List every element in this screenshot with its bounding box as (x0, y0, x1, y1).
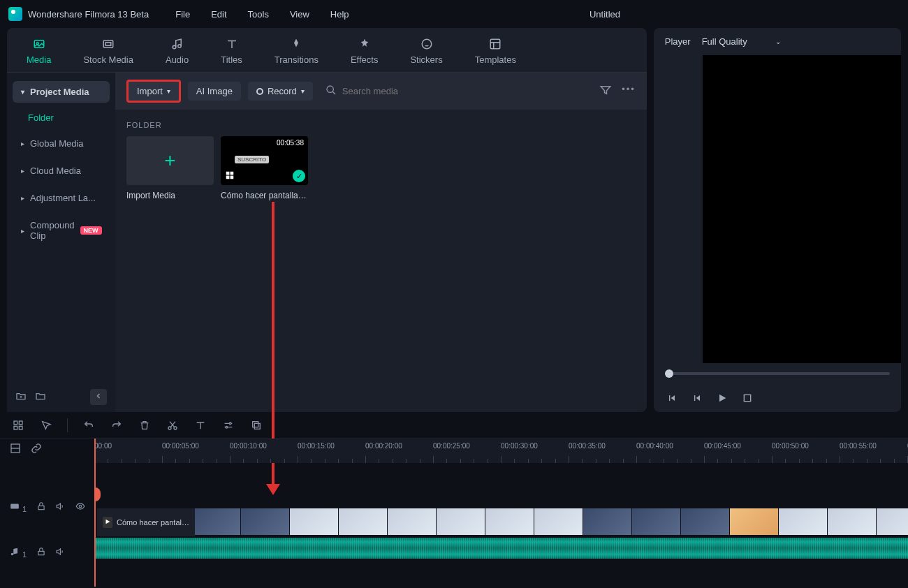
svg-rect-23 (254, 423, 260, 429)
tab-templates-label: Templates (475, 54, 516, 65)
tab-stickers[interactable]: Stickers (404, 34, 448, 72)
tab-media[interactable]: Media (21, 34, 57, 72)
ai-image-button[interactable]: AI Image (188, 82, 241, 101)
svg-point-8 (327, 86, 333, 92)
sidebar-footer (7, 382, 115, 412)
player-title: Player (665, 36, 691, 47)
chevron-right-icon: ▸ (21, 167, 24, 175)
record-button[interactable]: Record ▾ (248, 82, 313, 101)
effect-icon (225, 170, 235, 182)
mute-icon[interactable] (56, 547, 66, 559)
folder-icon[interactable] (35, 390, 46, 404)
svg-rect-22 (253, 421, 258, 427)
tab-effects[interactable]: Effects (345, 34, 384, 72)
crop-tool[interactable] (249, 418, 263, 432)
sidebar-global-label: Global Media (30, 138, 84, 149)
menu-tools[interactable]: Tools (248, 9, 269, 20)
tab-media-label: Media (27, 54, 51, 65)
timeline-ruler[interactable]: 00:0000:00:05:0000:00:10:0000:00:15:0000… (94, 439, 908, 463)
media-body: FOLDER + Import Media 00:05:38 SUSCRITO … (115, 110, 647, 212)
chevron-right-icon: ▸ (21, 194, 24, 202)
timeline-layout-icon[interactable] (10, 443, 21, 456)
media-clip-1[interactable]: 00:05:38 SUSCRITO ✓ Cómo hacer pantallas… (221, 136, 308, 200)
video-preview[interactable] (703, 55, 901, 363)
svg-rect-16 (14, 426, 17, 429)
filter-icon[interactable] (599, 84, 612, 98)
collapse-sidebar-button[interactable] (90, 389, 107, 405)
lock-icon[interactable] (36, 501, 46, 513)
lock-icon[interactable] (36, 547, 46, 559)
sidebar-adjustment[interactable]: ▸ Adjustment La... (13, 186, 110, 210)
import-media-tile[interactable]: + Import Media (126, 136, 214, 200)
templates-icon (488, 36, 503, 52)
clip-label[interactable]: Cómo hacer pantallas final... (97, 508, 195, 536)
menu-help[interactable]: Help (330, 9, 349, 20)
audio-track-num: 1 (22, 550, 27, 559)
svg-rect-25 (10, 504, 19, 509)
record-label: Record (268, 86, 297, 96)
adjust-tool[interactable] (221, 418, 235, 432)
sidebar-adjustment-label: Adjustment La... (30, 193, 96, 203)
menu-edit[interactable]: Edit (211, 9, 226, 20)
transitions-icon (288, 36, 304, 52)
menu-view[interactable]: View (290, 9, 309, 20)
tab-transitions-label: Transitions (274, 54, 318, 65)
tab-audio[interactable]: Audio (160, 34, 194, 72)
link-icon[interactable] (31, 443, 42, 456)
stop-button[interactable] (740, 391, 754, 405)
timeline-track-headers: 1 1 (0, 439, 94, 587)
video-track[interactable]: Cómo hacer pantallas final... (94, 508, 908, 536)
folder-section-label: FOLDER (126, 121, 636, 129)
tab-stickers-label: Stickers (410, 54, 442, 65)
player-scrubber[interactable] (654, 363, 901, 384)
sidebar-project-label: Project Media (30, 87, 89, 97)
audio-track-icon (10, 547, 20, 559)
media-content: Import ▾ AI Image Record ▾ (115, 73, 647, 412)
undo-button[interactable] (82, 418, 96, 432)
subscribe-badge: SUSCRITO (235, 156, 269, 163)
video-track-num: 1 (22, 505, 27, 513)
svg-rect-9 (226, 172, 230, 175)
step-back-button[interactable] (690, 391, 704, 405)
sidebar-global-media[interactable]: ▸ Global Media (13, 131, 110, 156)
delete-button[interactable] (138, 418, 152, 432)
sidebar-project-media[interactable]: ▾ Project Media (13, 81, 110, 103)
import-button[interactable]: Import ▾ (126, 80, 181, 103)
sidebar-cloud-media[interactable]: ▸ Cloud Media (13, 159, 110, 183)
sidebar-folder[interactable]: Folder (7, 105, 115, 130)
svg-point-28 (11, 553, 14, 556)
app-logo-icon (8, 7, 22, 21)
import-label: Import (137, 86, 163, 96)
cut-button[interactable] (166, 418, 180, 432)
search-input[interactable] (342, 86, 587, 96)
redo-button[interactable] (110, 418, 124, 432)
tab-templates[interactable]: Templates (469, 34, 522, 72)
play-icon (103, 517, 112, 528)
sidebar-compound[interactable]: ▸ Compound Clip NEW (13, 213, 110, 248)
grid-tool[interactable] (11, 418, 25, 432)
mute-icon[interactable] (56, 501, 66, 513)
svg-rect-14 (14, 421, 17, 425)
svg-point-6 (422, 39, 432, 49)
quality-select[interactable]: Full Quality ⌄ (702, 36, 781, 47)
prev-frame-button[interactable] (665, 391, 679, 405)
cursor-tool[interactable] (39, 418, 53, 432)
svg-point-5 (177, 45, 181, 48)
svg-rect-3 (105, 43, 111, 46)
tab-transitions[interactable]: Transitions (269, 34, 324, 72)
tab-stock-media[interactable]: Stock Media (78, 34, 139, 72)
video-track-icon (10, 501, 20, 513)
audio-track[interactable] (94, 538, 908, 559)
menu-file[interactable]: File (175, 9, 190, 20)
play-button[interactable] (715, 391, 729, 405)
tab-audio-label: Audio (166, 54, 189, 65)
playhead[interactable] (94, 439, 96, 587)
new-folder-icon[interactable] (15, 390, 27, 404)
clip-thumbnails (192, 508, 908, 536)
timeline-tracks[interactable]: 00:0000:00:05:0000:00:10:0000:00:15:0000… (94, 439, 908, 587)
text-tool[interactable] (193, 418, 207, 432)
scrubber-thumb[interactable] (665, 369, 673, 378)
tab-titles[interactable]: Titles (215, 34, 248, 72)
more-icon[interactable]: ••• (622, 84, 636, 98)
visibility-icon[interactable] (75, 501, 85, 513)
